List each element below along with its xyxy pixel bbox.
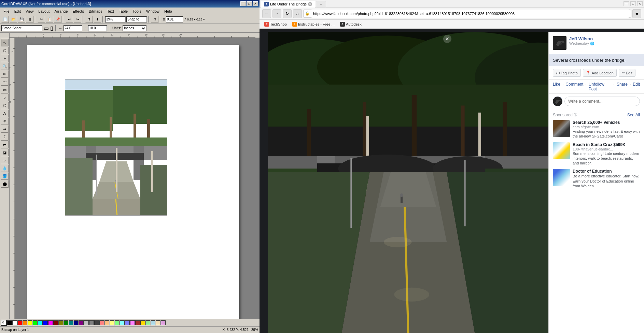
ad-2-title[interactable]: Beach in Santa Cruz $599K — [573, 142, 640, 147]
menu-tools[interactable]: Tools — [130, 9, 143, 14]
crop-tool[interactable]: ⌖ — [1, 55, 9, 62]
parallel-dimension-tool[interactable]: ⇔ — [1, 125, 9, 133]
minimize-button[interactable]: — — [240, 1, 246, 6]
cyan-swatch[interactable] — [38, 320, 43, 325]
undo-button[interactable]: ↩ — [66, 16, 73, 23]
no-fill-swatch[interactable]: ✕ — [1, 320, 7, 326]
menu-table[interactable]: Table — [117, 9, 130, 14]
tab-close-button[interactable]: ✕ — [308, 2, 312, 6]
connector-tool[interactable]: ⤴ — [1, 133, 9, 141]
magenta-swatch[interactable] — [48, 320, 53, 325]
edit-link[interactable]: Edit — [633, 82, 640, 91]
zoom-input[interactable] — [105, 16, 126, 23]
close-button[interactable]: ✕ — [253, 1, 258, 6]
brown-swatch[interactable] — [135, 320, 140, 325]
options-button[interactable]: ⚙ — [151, 16, 158, 23]
wheat-swatch[interactable] — [156, 320, 160, 325]
table-tool[interactable]: # — [1, 117, 9, 125]
lightgreen-swatch[interactable] — [115, 320, 120, 325]
nudge-input[interactable] — [166, 16, 183, 23]
text-tool[interactable]: A — [1, 110, 9, 117]
url-input[interactable] — [311, 10, 629, 18]
red-swatch[interactable] — [17, 320, 22, 325]
silver-swatch[interactable] — [84, 320, 89, 325]
menu-edit[interactable]: Edit — [12, 9, 23, 14]
palegreen-swatch[interactable] — [145, 320, 150, 325]
white-swatch[interactable] — [12, 320, 17, 325]
width-input[interactable] — [64, 25, 82, 31]
user-avatar[interactable] — [553, 36, 566, 50]
open-button[interactable]: 📂 — [10, 16, 17, 23]
cut-button[interactable]: ✂ — [38, 16, 45, 23]
add-location-button[interactable]: 📍 Add Location — [583, 69, 617, 77]
lightorange-swatch[interactable] — [104, 320, 109, 325]
darkred-swatch[interactable] — [53, 320, 58, 325]
interactive-fill-tool[interactable]: 🪣 — [1, 172, 9, 180]
sponsored-info-icon[interactable]: ⓘ — [574, 113, 577, 117]
rectangle-tool[interactable]: ▭ — [1, 86, 9, 93]
document-dropdown[interactable] — [1, 25, 42, 31]
browser-minimize[interactable]: — — [624, 1, 629, 6]
menu-window[interactable]: Window — [144, 9, 162, 14]
unfollow-post-link[interactable]: Unfollow Post — [589, 82, 612, 91]
blend-tool[interactable]: ⇌ — [1, 141, 9, 148]
darkgreen-swatch[interactable] — [64, 320, 68, 325]
outline-tool[interactable]: ○ — [1, 157, 9, 164]
smart-draw-tool[interactable]: 〰 — [1, 78, 9, 86]
redo-button[interactable]: ↪ — [74, 16, 81, 23]
refresh-button[interactable]: ↻ — [283, 9, 292, 18]
lightcyan-swatch[interactable] — [120, 320, 125, 325]
tag-photo-button[interactable]: 🏷 Tag Photo — [553, 69, 581, 77]
eyedropper-tool[interactable]: 💧 — [1, 164, 9, 172]
blue-swatch[interactable] — [43, 320, 48, 325]
ad-1-title[interactable]: Search 25,000+ Vehicles — [573, 120, 640, 125]
select-tool[interactable]: ↖ — [1, 39, 9, 46]
ad-1-image[interactable] — [553, 120, 570, 137]
teal-swatch[interactable] — [69, 320, 73, 325]
home-button[interactable]: ⌂ — [293, 9, 302, 18]
orientation-portrait[interactable]: ▭ — [44, 25, 49, 31]
lightyellow-swatch[interactable] — [110, 320, 114, 325]
lightblue-swatch[interactable] — [125, 320, 130, 325]
canvas-area[interactable] — [15, 38, 260, 319]
freehand-tool[interactable]: ✏ — [1, 70, 9, 78]
browser-maximize[interactable]: □ — [630, 1, 636, 6]
copy-button[interactable]: 📋 — [46, 16, 53, 23]
bookmark-autodesk[interactable]: A Autodesk — [338, 21, 364, 27]
lightblue2-swatch[interactable] — [151, 320, 155, 325]
purple-swatch[interactable] — [79, 320, 84, 325]
lightred-swatch[interactable] — [99, 320, 104, 325]
darkgray-swatch[interactable] — [94, 320, 99, 325]
gray-swatch[interactable] — [89, 320, 94, 325]
menu-bitmaps[interactable]: Bitmaps — [87, 9, 104, 14]
browser-close[interactable]: ✕ — [637, 1, 643, 6]
edit-button[interactable]: ✏ Edit — [619, 69, 635, 77]
import-button[interactable]: ⬆ — [85, 16, 93, 23]
menu-file[interactable]: File — [1, 9, 12, 14]
print-button[interactable]: 🖨 — [26, 16, 33, 23]
menu-help[interactable]: Help — [162, 9, 174, 14]
smart-fill-tool[interactable]: ⬤ — [1, 180, 9, 188]
navy-swatch[interactable] — [74, 320, 79, 325]
bookmarks-button[interactable]: ★ — [632, 9, 641, 18]
menu-view[interactable]: View — [24, 9, 36, 14]
zoom-tool[interactable]: 🔍 — [1, 62, 9, 70]
forward-button[interactable]: → — [272, 9, 281, 18]
height-input[interactable] — [88, 25, 107, 31]
fill-tool[interactable]: ◪ — [1, 149, 9, 156]
comment-input[interactable] — [564, 97, 640, 106]
ad-3-title[interactable]: Doctor of Education — [573, 169, 640, 174]
ellipse-tool[interactable]: ○ — [1, 94, 9, 101]
snap-dropdown[interactable] — [126, 16, 147, 23]
black-swatch[interactable] — [7, 320, 12, 325]
bookmark-techshop[interactable]: T TechShop — [262, 21, 289, 27]
canvas-image[interactable] — [65, 79, 167, 216]
units-select[interactable]: inches mm cm — [123, 25, 146, 31]
menu-text[interactable]: Text — [105, 9, 116, 14]
share-link[interactable]: Share — [617, 82, 628, 91]
yellow-swatch[interactable] — [28, 320, 32, 325]
comment-link[interactable]: Comment — [565, 82, 583, 91]
photo-close-button[interactable]: ✕ — [443, 35, 451, 43]
menu-effects[interactable]: Effects — [71, 9, 86, 14]
orientation-landscape[interactable]: ▯ — [50, 25, 53, 31]
